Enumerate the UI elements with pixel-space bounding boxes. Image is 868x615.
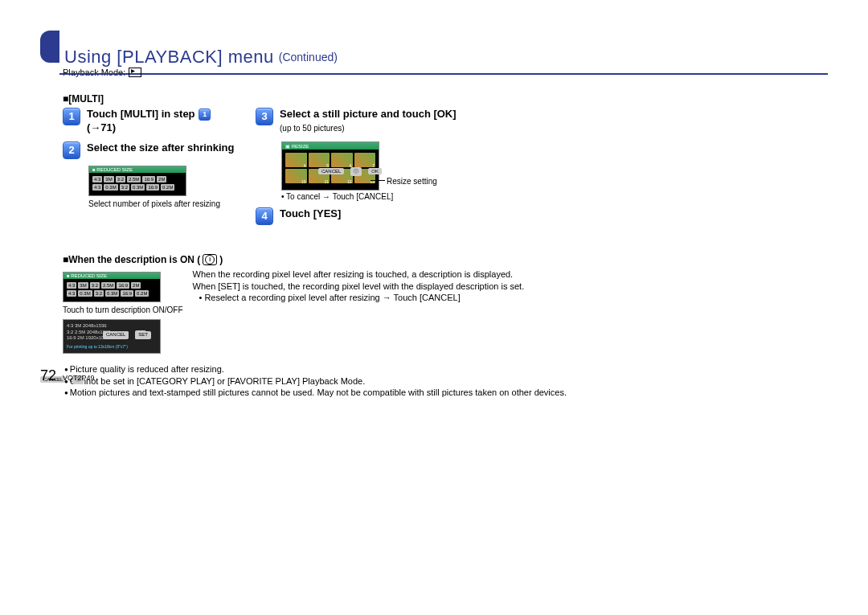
step-3-text: Select a still picture and touch [OK] (u… — [280, 108, 457, 135]
header-subtitle: (Continued) — [279, 51, 338, 64]
step-1-text: Touch [MULTI] in step 1 (→71) — [87, 108, 211, 135]
note-item: Picture quality is reduced after resizin… — [63, 363, 828, 375]
description-paragraph: When the recording pixel level after res… — [193, 269, 525, 305]
inline-ref-badge: 1 — [199, 109, 211, 121]
step-badge-1: 1 — [63, 108, 80, 125]
final-notes: Picture quality is reduced after resizin… — [63, 363, 828, 400]
step-3: 3 Select a still picture and touch [OK] … — [256, 108, 457, 135]
info-icon: i — [203, 254, 217, 265]
step-badge-2: 2 — [63, 141, 80, 159]
description-row-1: ■ REDUCED SIZE 4:3 3M 3:2 2.5M 16:9 2M — [63, 269, 828, 354]
pointer-line — [371, 180, 385, 181]
screenshot-titlebar: ▣ RESIZE — [282, 142, 379, 150]
note-item: Motion pictures and text-stamped still p… — [63, 387, 828, 399]
step-badge-3: 3 — [256, 108, 273, 125]
screenshot-desc-on: ■ REDUCED SIZE 4:3 3M 3:2 2.5M 16:9 2M — [63, 272, 161, 302]
ok-button: OK — [368, 168, 382, 174]
screenshot-detail: 4:3 3M 2048x1536 3:2 2.5M 2048x1360 16:9… — [63, 319, 161, 354]
header-tab-decor — [40, 31, 59, 63]
screenshot-reduced-size: ■ REDUCED SIZE 4:3 3M 3:2 2.5M 16:9 2M — [88, 166, 186, 196]
column-right: 3 Select a still picture and touch [OK] … — [256, 108, 457, 232]
page-footer: 72 VQT2P49 — [40, 367, 95, 384]
set-button: SET — [135, 331, 151, 339]
description-heading: ■When the description is ON ( i ) — [63, 254, 828, 265]
screenshot-resize: ▣ RESIZE 4 5 6 7 10 11 12 13 — [281, 141, 379, 191]
playback-mode-icon — [129, 68, 141, 77]
screenshot-size-wrap: ■ REDUCED SIZE 4:3 3M 3:2 2.5M 16:9 2M — [85, 166, 248, 208]
caption-select-pixels: Select number of pixels after resizing — [88, 199, 248, 208]
screenshot-titlebar: ■ REDUCED SIZE — [89, 166, 186, 173]
description-on-section: ■When the description is ON ( i ) ■ REDU… — [63, 254, 828, 354]
manual-page: Using [PLAYBACK] menu (Continued) Playba… — [0, 0, 868, 399]
screenshot-resize-wrap: ▣ RESIZE 4 5 6 7 10 11 12 13 — [278, 141, 457, 191]
page-number: 72 — [40, 367, 56, 384]
caption-toggle-desc: Touch to turn description ON/OFF — [63, 305, 183, 314]
multi-section-label: ■[MULTI] — [63, 93, 828, 105]
note-item: Cannot be set in [CATEGORY PLAY] or [FAV… — [63, 375, 828, 387]
cancel-button: CANCEL — [103, 331, 129, 339]
step-4: 4 Touch [YES] — [256, 207, 457, 225]
step-4-text: Touch [YES] — [280, 207, 341, 225]
step-badge-4: 4 — [256, 207, 273, 225]
header-title: Using [PLAYBACK] menu — [64, 47, 274, 68]
header: Using [PLAYBACK] menu (Continued) — [40, 31, 828, 63]
resize-setting-label: Resize setting — [387, 177, 437, 186]
header-main: Using [PLAYBACK] menu (Continued) — [59, 41, 828, 75]
step-2: 2 Select the size after shrinking — [63, 141, 248, 159]
steps-columns: 1 Touch [MULTI] in step 1 (→71) 2 Select… — [63, 108, 828, 232]
column-left: 1 Touch [MULTI] in step 1 (→71) 2 Select… — [63, 108, 248, 232]
cancel-button: CANCEL — [318, 168, 344, 174]
doc-code: VQT2P49 — [63, 374, 95, 382]
note-to-cancel: • To cancel → Touch [CANCEL] — [281, 192, 457, 201]
info-button: ⓘ — [350, 167, 362, 176]
step-2-text: Select the size after shrinking — [87, 141, 235, 159]
content: ■[MULTI] 1 Touch [MULTI] in step 1 (→71)… — [63, 93, 828, 399]
step-1: 1 Touch [MULTI] in step 1 (→71) — [63, 108, 248, 135]
